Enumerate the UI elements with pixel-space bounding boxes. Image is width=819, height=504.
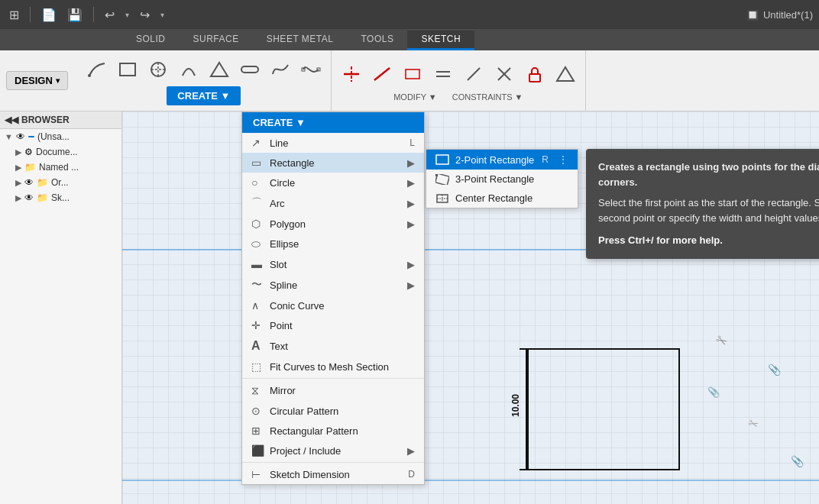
triangle-constraint-icon[interactable]	[552, 60, 579, 88]
menu-item-project[interactable]: ⬛ Project / Include ▶	[242, 441, 424, 460]
2pt-more-icon[interactable]: ⋮	[558, 153, 568, 166]
browser-item-sketch[interactable]: ▶ 👁 📁 Sk...	[0, 190, 121, 205]
sketch-icons-row	[83, 56, 325, 83]
browser-item-origin[interactable]: ▶ 👁 📁 Or...	[0, 175, 121, 190]
conic-icon: ∧	[251, 299, 265, 312]
menu-item-text[interactable]: A Text	[242, 335, 424, 357]
menu-item-ellipse[interactable]: ⬭ Ellipse	[242, 234, 424, 254]
tab-solid[interactable]: SOLID	[122, 31, 180, 50]
project-arrow-icon: ▶	[407, 445, 415, 457]
tooltip-body: Select the first point as the start of t…	[598, 195, 819, 225]
equal-icon[interactable]	[429, 60, 457, 88]
create-dropdown-button[interactable]: CREATE ▼	[167, 86, 241, 105]
tab-sheet-metal[interactable]: SHEET METAL	[253, 31, 348, 50]
triangle-tool-icon[interactable]	[206, 56, 233, 83]
guide-h-bottom	[122, 480, 819, 481]
rectangle-submenu[interactable]: 2-Point Rectangle R ⋮ 3-Point Rectangle …	[426, 149, 578, 208]
redo-dropdown-icon[interactable]: ▾	[157, 8, 167, 22]
slash-icon[interactable]	[460, 60, 487, 88]
menu-item-mirror[interactable]: ⧖ Mirror	[242, 380, 424, 401]
browser-root[interactable]: ▼ 👁 (Unsa...	[0, 129, 121, 144]
ribbon-tabs: SOLID SURFACE SHEET METAL TOOLS SKETCH	[0, 29, 819, 50]
new-file-icon[interactable]: 📄	[38, 5, 60, 25]
rect-arrow-icon: ▶	[407, 157, 415, 169]
spline-icon: 〜	[251, 278, 265, 292]
constraints-section-label: CONSTRAINTS ▼	[452, 92, 523, 102]
tooltip-shortcut: Press Ctrl+/ for more help.	[598, 233, 819, 248]
create-section-label: CREATE ▼	[167, 86, 241, 105]
menu-item-rectangular[interactable]: ⊞ Rectangular Pattern	[242, 421, 424, 441]
slot-tool-icon[interactable]	[236, 56, 264, 83]
dimension-icon[interactable]	[399, 60, 426, 88]
menu-item-sketchdim[interactable]: ⊢ Sketch Dimension D	[242, 464, 424, 484]
divider-1	[30, 7, 31, 22]
eye-icon-2[interactable]: 👁	[24, 177, 34, 188]
browser-item-document[interactable]: ▶ ⚙ Docume...	[0, 144, 121, 160]
menu-item-line[interactable]: ↗ Line L	[242, 133, 424, 153]
sketch-tools-section: CREATE ▼	[77, 50, 332, 111]
spline2-tool-icon[interactable]	[297, 56, 325, 83]
tooltip-box: Creates a rectangle using two points for…	[586, 149, 819, 259]
menu-item-polygon[interactable]: ⬡ Polygon ▶	[242, 214, 424, 234]
create-header-label: CREATE ▼	[253, 117, 306, 128]
expand-icon-4: ▶	[15, 193, 21, 203]
menu-spline-label: Spline	[270, 279, 297, 291]
menu-rect-label: Rectangle	[270, 157, 315, 169]
svg-point-22	[435, 174, 438, 176]
menu-item-conic[interactable]: ∧ Conic Curve	[242, 296, 424, 315]
canvas: 10.00 ✂ 📎 ✂ 📎 📎 CREATE ▼ ↗ Line L	[122, 111, 819, 504]
eye-icon[interactable]: 👁	[16, 131, 25, 142]
menu-item-circle[interactable]: ○ Circle ▶	[242, 173, 424, 192]
expand-icon-3: ▶	[15, 178, 21, 188]
tab-sketch[interactable]: SKETCH	[407, 31, 474, 50]
tab-surface[interactable]: SURFACE	[180, 31, 253, 50]
menu-item-point[interactable]: ✛ Point	[242, 315, 424, 335]
create-dropdown[interactable]: CREATE ▼ ↗ Line L ▭ Rectangle ▶ ○ Ci	[241, 111, 425, 485]
submenu-center-rect-label: Center Rectangle	[455, 192, 533, 204]
circle-tool-icon[interactable]	[144, 56, 172, 83]
window-title: 🔲 Untitled*(1)	[746, 9, 813, 21]
menu-item-slot[interactable]: ▬ Slot ▶	[242, 254, 424, 274]
rect-tool-icon[interactable]	[114, 56, 141, 83]
modify-section-label: MODIFY ▼	[393, 92, 437, 102]
apps-icon[interactable]: ⊞	[6, 5, 22, 25]
circular-icon: ⊙	[251, 405, 265, 417]
trim-icon[interactable]	[338, 60, 365, 88]
browser-document-label: Docume...	[36, 147, 78, 157]
xmark-icon[interactable]	[490, 60, 518, 88]
undo-icon[interactable]: ↩	[102, 5, 118, 25]
extend-icon[interactable]	[368, 60, 396, 88]
menu-item-spline[interactable]: 〜 Spline ▶	[242, 274, 424, 296]
design-button[interactable]: DESIGN ▾	[6, 71, 68, 90]
save-icon[interactable]: 💾	[64, 5, 86, 25]
scissors-icon-1: ✂	[713, 331, 731, 352]
sketchdim-icon: ⊢	[251, 468, 265, 480]
spline-tool-icon[interactable]	[267, 56, 294, 83]
submenu-center-rect[interactable]: Center Rectangle	[426, 189, 578, 208]
tab-tools[interactable]: TOOLS	[347, 31, 407, 50]
menu-text-label: Text	[270, 341, 288, 352]
browser-item-named[interactable]: ▶ 📁 Named ...	[0, 160, 121, 175]
line-tool-icon[interactable]	[83, 56, 111, 83]
menu-item-fitcurves[interactable]: ⬚ Fit Curves to Mesh Section	[242, 357, 424, 376]
submenu-3pt-rect[interactable]: 3-Point Rectangle	[426, 170, 578, 189]
undo-dropdown-icon[interactable]: ▾	[122, 8, 132, 22]
paper-icon-2: 📎	[791, 455, 804, 467]
title-text: Untitled*(1)	[763, 9, 813, 21]
canvas-rectangle	[527, 348, 680, 470]
submenu-2pt-rect[interactable]: 2-Point Rectangle R ⋮	[426, 150, 578, 170]
polygon-icon: ⬡	[251, 218, 265, 230]
3pt-rect-icon	[435, 174, 449, 185]
browser-back-icon[interactable]: ◀◀	[5, 115, 18, 125]
dim-v-line	[526, 348, 527, 470]
lock-icon[interactable]	[521, 60, 549, 88]
arc-tool-icon[interactable]	[175, 56, 202, 83]
menu-item-arc[interactable]: ⌒ Arc ▶	[242, 192, 424, 214]
topbar: ⊞ 📄 💾 ↩ ▾ ↪ ▾ 🔲 Untitled*(1)	[0, 0, 819, 29]
menu-item-circular[interactable]: ⊙ Circular Pattern	[242, 401, 424, 421]
menu-item-rectangle[interactable]: ▭ Rectangle ▶	[242, 153, 424, 173]
project-icon: ⬛	[251, 444, 265, 457]
eye-icon-3[interactable]: 👁	[24, 192, 34, 203]
redo-icon[interactable]: ↪	[137, 5, 153, 25]
sidebar: ◀◀ BROWSER ▼ 👁 (Unsa... ▶ ⚙ Docume... ▶ …	[0, 111, 122, 504]
